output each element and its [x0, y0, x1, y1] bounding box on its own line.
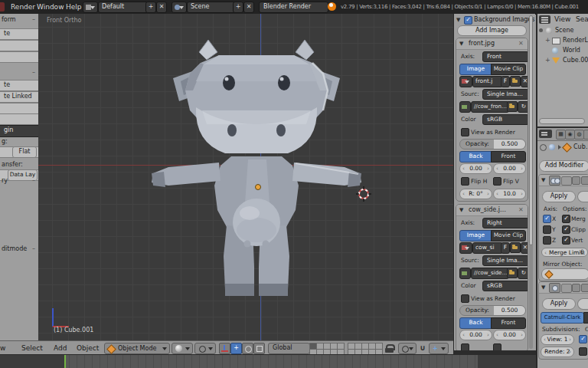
filepath-field[interactable]: //cow_fron…	[471, 101, 509, 113]
scene-name-field[interactable]: Scene	[187, 2, 236, 13]
layout-close-button[interactable]: ✕	[156, 2, 167, 13]
outliner-menu-view[interactable]: View	[554, 15, 570, 23]
vertex-groups-checkbox[interactable]: ✓	[562, 236, 570, 245]
image-name-field[interactable]: front.j	[472, 76, 503, 87]
menu-object[interactable]: Object	[77, 344, 99, 352]
scale-button[interactable]	[0, 51, 39, 63]
transform-orientation-select[interactable]: Global	[268, 343, 310, 354]
clip-checkbox[interactable]: ✓	[562, 225, 570, 234]
modifier-name-field[interactable]	[561, 176, 572, 186]
unlink-image-button[interactable]: ✕	[521, 242, 528, 254]
optimal-display-checkbox[interactable]	[579, 347, 587, 356]
add-modifier-button[interactable]: Add Modifier	[539, 160, 588, 172]
npanel-scrollbar[interactable]	[529, 15, 533, 349]
front-button[interactable]: Front	[491, 317, 526, 329]
mode-select[interactable]: Object Mode	[104, 343, 170, 354]
flip-h-checkbox[interactable]	[461, 177, 469, 186]
mirror-object-field[interactable]	[541, 268, 588, 280]
fake-user-button[interactable]: F	[501, 76, 510, 87]
menu-view[interactable]: View	[0, 344, 5, 352]
menu-render[interactable]: Render	[11, 3, 35, 11]
offset-y-field[interactable]: 0.00	[493, 163, 526, 174]
reload-image-button[interactable]: ↻	[518, 268, 528, 279]
rotate-manipulator-button[interactable]	[242, 343, 253, 354]
rotation-field[interactable]: R: 0°	[459, 189, 492, 199]
outliner-editor-icon[interactable]	[539, 15, 550, 24]
render-engine-select[interactable]: Blender Render	[259, 2, 328, 13]
tab-movie-clip[interactable]: Movie Clip	[491, 230, 526, 242]
offset-x-field[interactable]: 0.00	[459, 163, 492, 174]
3d-cursor[interactable]	[356, 186, 371, 202]
flip-v-checkbox[interactable]	[493, 343, 501, 350]
apply-button[interactable]: Apply	[542, 298, 576, 310]
image-browse-button[interactable]	[459, 76, 472, 87]
scale-manipulator-button[interactable]	[253, 343, 265, 354]
duplicate-button[interactable]: te	[0, 80, 39, 91]
source-select[interactable]: Single Ima…	[482, 255, 528, 266]
tab-image[interactable]: Image	[459, 230, 492, 242]
delete-button[interactable]	[0, 103, 39, 114]
render-visibility-icon[interactable]	[572, 284, 580, 292]
object-tab-icon[interactable]	[583, 130, 588, 140]
remove-image-icon[interactable]: ✕	[518, 40, 524, 47]
modifier-name-field[interactable]	[561, 284, 572, 293]
folder-icon[interactable]	[507, 268, 518, 278]
view-subdivisions-field[interactable]: View: 1	[541, 334, 574, 345]
translate-manipulator-button[interactable]: +	[230, 343, 242, 354]
join-button[interactable]	[0, 113, 39, 125]
layout-name-field[interactable]: Default	[98, 2, 149, 13]
apply-button[interactable]: Apply	[542, 191, 576, 202]
image-browse-button[interactable]	[459, 242, 472, 254]
filepath-icon-button[interactable]	[459, 268, 471, 279]
merge-checkbox[interactable]: ✓	[562, 215, 570, 223]
set-origin-dropdown[interactable]: gin	[0, 125, 39, 137]
snap-element-select[interactable]: +	[429, 343, 449, 354]
outliner-menu-search[interactable]: Sea	[576, 15, 588, 23]
source-select[interactable]: Single Ima…	[482, 89, 528, 100]
3d-viewport[interactable]: Front Ortho	[38, 14, 453, 340]
opacity-slider[interactable]: Opacity: 0.500	[459, 305, 526, 316]
axis-z-checkbox[interactable]	[543, 236, 551, 245]
proportional-edit-select[interactable]	[398, 343, 416, 354]
timeline-current-frame-marker[interactable]	[64, 355, 66, 368]
size-field[interactable]: 10.0	[493, 189, 526, 199]
scene-close-button[interactable]: ✕	[243, 2, 254, 13]
copy-button[interactable]	[577, 191, 588, 202]
axis-select[interactable]: Right	[482, 218, 528, 228]
axis-select[interactable]: Front	[482, 51, 528, 62]
tab-movie-clip[interactable]: Movie Clip	[491, 64, 526, 75]
filepath-icon-button[interactable]	[459, 101, 471, 113]
viewport-visibility-icon[interactable]	[581, 176, 588, 185]
reload-image-button[interactable]: ↻	[518, 101, 528, 113]
view-as-render-checkbox[interactable]	[461, 128, 469, 136]
back-button[interactable]: Back	[459, 317, 492, 329]
panel-collapse-icon[interactable]: ▼	[456, 17, 460, 23]
translate-button[interactable]: te	[0, 28, 39, 40]
offset-x-field[interactable]: 0.00	[459, 330, 492, 340]
catmull-clark-button[interactable]: Catmull-Clark	[541, 312, 584, 324]
panel-header-transform[interactable]: form	[2, 16, 16, 23]
menu-add[interactable]: Add	[54, 344, 67, 352]
cow-model[interactable]	[145, 37, 383, 305]
subdivide-uvs-checkbox[interactable]: ✓	[579, 335, 587, 343]
viewport-shading-select[interactable]	[172, 343, 193, 354]
snap-magnet-icon[interactable]: ∪	[420, 343, 426, 352]
background-images-checkbox[interactable]: ✓	[464, 16, 472, 25]
menu-select[interactable]: Select	[21, 344, 43, 352]
scene-browse-button[interactable]	[172, 2, 187, 13]
properties-editor-icon[interactable]	[539, 130, 552, 138]
scene-add-button[interactable]: +	[233, 2, 243, 13]
viewport-visibility-icon[interactable]	[581, 284, 588, 292]
flip-v-checkbox[interactable]	[493, 177, 501, 186]
color-space-select[interactable]: sRGB	[482, 114, 528, 125]
unlink-image-button[interactable]: ✕	[521, 76, 528, 87]
expand-plus-icon[interactable]: +	[545, 57, 550, 64]
copy-button[interactable]	[577, 298, 588, 310]
simple-button[interactable]	[583, 312, 588, 324]
rotate-button[interactable]	[0, 40, 39, 51]
image-name-field[interactable]: cow_si	[472, 242, 503, 254]
folder-icon[interactable]	[507, 101, 518, 112]
layer-buttons[interactable]	[309, 343, 381, 354]
remove-image-icon[interactable]: ✕	[518, 206, 524, 213]
color-space-select[interactable]: sRGB	[482, 281, 528, 291]
